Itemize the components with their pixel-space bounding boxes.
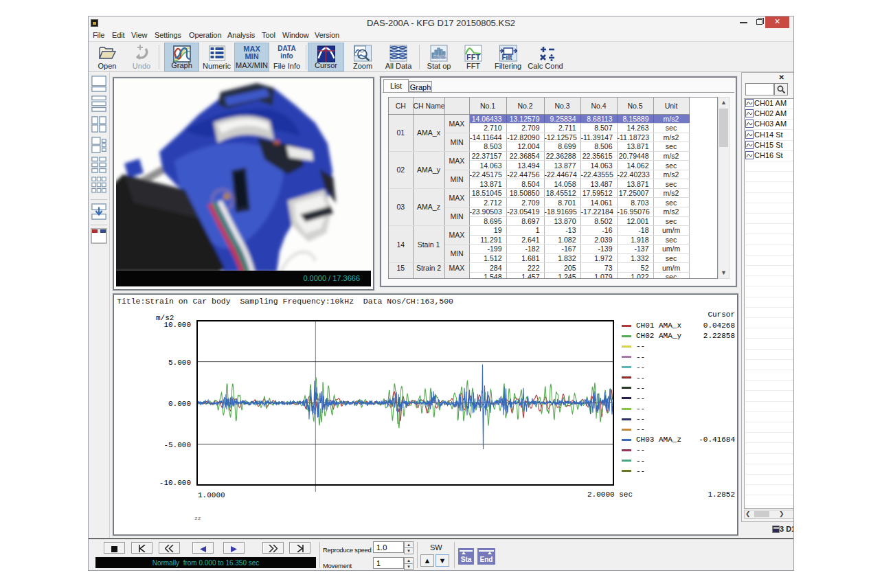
svg-text:FFT: FFT [466, 53, 480, 61]
svg-text:Filt: Filt [501, 54, 512, 61]
svg-text:Stats: Stats [433, 54, 447, 60]
